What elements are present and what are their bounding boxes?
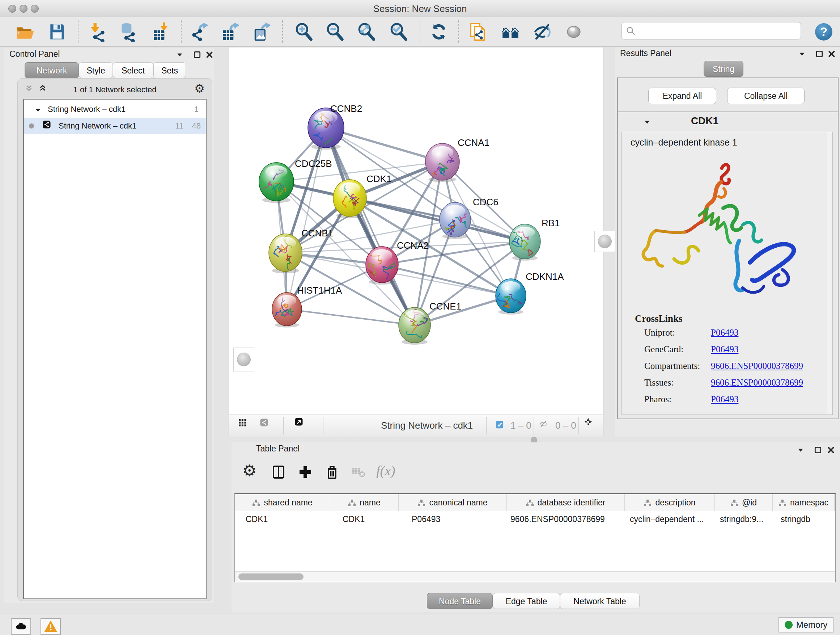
network-node[interactable] [269,234,302,274]
collection-expand-icon[interactable] [34,106,41,112]
warning-status-button[interactable] [41,618,61,635]
export-network-icon[interactable] [189,22,209,42]
tab-network[interactable]: Network [25,62,79,78]
crosslink-label: Pharos: [644,394,671,404]
close-panel-icon[interactable] [827,446,835,454]
right-splitter-handle[interactable] [594,231,615,252]
left-splitter-handle[interactable] [233,348,254,371]
tab-edge-table[interactable]: Edge Table [493,593,560,609]
node-table[interactable]: shared namenamecanonical namedatabase id… [234,493,836,582]
crosslink-link[interactable]: P06493 [711,344,738,355]
table-cell[interactable]: stringdb [773,511,835,527]
network-node[interactable] [496,279,526,313]
expand-all-button[interactable]: Expand All [648,88,716,104]
collapse-all-button[interactable]: Collapse All [727,88,805,104]
float-panel-icon[interactable] [814,446,822,454]
open-session-icon[interactable] [15,22,34,42]
network-row-selected[interactable]: String Network – cdk1 11 48 [24,118,206,134]
network-node[interactable] [509,224,540,259]
grid-view-icon[interactable] [238,418,253,433]
node-label: HIST1H1A [297,285,342,296]
float-panel-icon[interactable] [193,51,201,59]
crosslink-link[interactable]: P06493 [711,394,738,404]
network-node[interactable] [439,203,471,237]
show-graphics-icon[interactable] [564,22,584,42]
save-session-icon[interactable] [47,22,67,42]
column-header-name[interactable]: name [330,494,399,511]
tab-string[interactable]: String [704,61,744,77]
close-panel-icon[interactable] [828,50,836,58]
clone-network-icon[interactable] [469,22,488,42]
help-icon[interactable]: ? [814,22,834,42]
column-header-shared-name[interactable]: shared name [235,494,330,511]
import-table-icon[interactable] [152,22,171,42]
search-field[interactable] [638,24,798,37]
network-collection-row[interactable]: String Network – cdk1 1 [24,101,206,118]
toolbar-separator [282,20,283,43]
table-cell[interactable]: stringdb:9... [715,511,773,527]
results-scrollbar[interactable] [827,132,832,414]
hide-selected-icon[interactable] [532,22,552,42]
table-cell[interactable]: P06493 [399,511,507,527]
refresh-icon[interactable] [429,22,448,42]
network-node[interactable] [425,143,459,182]
panel-menu-icon[interactable] [797,446,805,454]
table-cell[interactable]: cyclin–dependent ... [625,511,715,527]
network-node[interactable] [399,307,431,343]
close-panel-icon[interactable] [205,51,213,59]
first-neighbors-icon[interactable] [501,22,520,42]
float-panel-icon[interactable] [815,50,823,58]
table-options-gear-icon[interactable]: ⚙ [242,461,256,480]
panel-menu-icon[interactable] [176,51,184,59]
network-share-badge-icon [43,120,54,131]
tab-node-table[interactable]: Node Table [427,593,493,609]
export-table-icon[interactable] [221,22,240,42]
table-row[interactable]: CDK1CDK1P064939606.ENSP00000378699cyclin… [235,511,835,527]
network-node[interactable] [259,163,294,201]
zoom-in-icon[interactable] [294,22,314,42]
export-image-icon[interactable] [252,22,272,42]
memory-button[interactable]: Memory [778,617,834,632]
collapse-entry-icon[interactable] [643,118,651,126]
network-node[interactable] [333,180,366,217]
column-header-database-identifier[interactable]: database identifier [507,494,625,511]
search-input[interactable] [622,22,801,40]
scrollbar-thumb[interactable] [238,573,303,580]
memory-status-dot [785,621,793,629]
detach-view-icon[interactable] [295,418,311,434]
zoom-fit-icon[interactable] [357,22,376,42]
network-canvas[interactable]: CCNB2CCNA1CDC25BCDK1CDC6RB1CCNB1CCNA2CDK… [229,48,603,415]
tab-sets[interactable]: Sets [153,62,186,78]
column-header--id[interactable]: @id [715,494,773,511]
hidden-eye-icon[interactable] [539,420,552,432]
svg-text:?: ? [820,25,827,38]
network-overview-share-icon[interactable] [260,418,275,433]
node-label: CDC25B [295,158,332,169]
table-cell[interactable]: CDK1 [330,511,399,527]
network-node[interactable] [268,293,302,326]
panel-menu-icon[interactable] [798,50,806,58]
table-cell[interactable]: CDK1 [235,511,330,527]
crosslink-link[interactable]: P06493 [711,328,738,338]
tab-style[interactable]: Style [79,62,113,78]
birds-eye-crosshair-icon[interactable] [584,418,600,434]
selected-checkbox-icon[interactable] [496,421,506,431]
delete-column-icon[interactable] [324,464,340,480]
network-options-gear-icon[interactable]: ⚙ [194,81,205,95]
crosslink-link[interactable]: 9606.ENSP00000378699 [711,361,803,371]
import-network-file-icon[interactable] [88,22,108,42]
add-column-icon[interactable] [297,464,313,480]
zoom-out-icon[interactable] [325,22,345,42]
cloud-status-button[interactable] [11,618,31,635]
import-network-database-icon[interactable] [118,22,138,42]
tab-select[interactable]: Select [113,62,153,78]
zoom-selected-icon[interactable] [389,22,409,42]
tab-network-table[interactable]: Network Table [560,593,639,609]
table-horizontal-scrollbar[interactable] [235,571,835,582]
column-header-canonical-name[interactable]: canonical name [399,494,507,511]
crosslink-link[interactable]: 9606.ENSP00000378699 [711,378,803,388]
column-header-description[interactable]: description [625,494,715,511]
table-cell[interactable]: 9606.ENSP00000378699 [507,511,625,527]
column-header-namespac[interactable]: namespac [773,494,835,511]
show-columns-icon[interactable] [271,464,286,480]
